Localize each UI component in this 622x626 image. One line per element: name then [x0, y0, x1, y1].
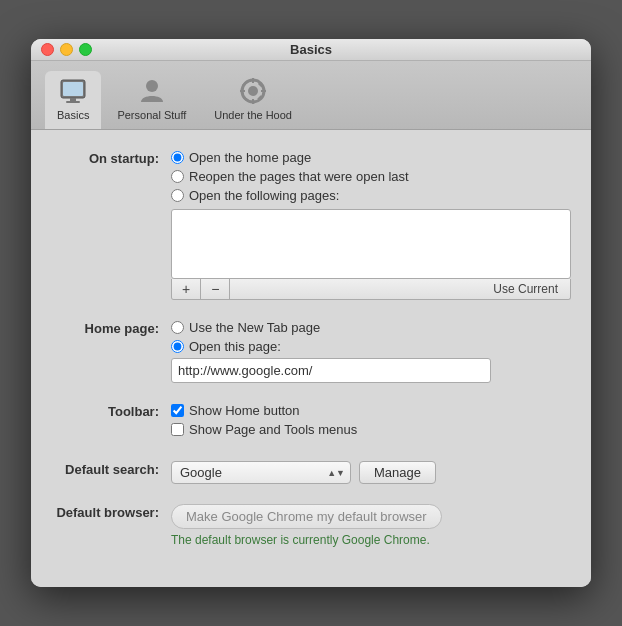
close-button[interactable]: [41, 43, 54, 56]
window-title: Basics: [290, 42, 332, 57]
default-search-label: Default search:: [51, 461, 171, 477]
radio-open-following[interactable]: Open the following pages:: [171, 188, 571, 203]
svg-rect-3: [66, 101, 80, 103]
checkbox-show-page-tools[interactable]: Show Page and Tools menus: [171, 422, 571, 437]
manage-search-button[interactable]: Manage: [359, 461, 436, 484]
remove-page-button[interactable]: −: [201, 279, 230, 299]
radio-reopen-last-label: Reopen the pages that were open last: [189, 169, 409, 184]
svg-point-4: [146, 80, 158, 92]
svg-rect-10: [261, 90, 266, 92]
toolbar: Basics Personal Stuff: [31, 61, 591, 130]
home-page-content: Use the New Tab page Open this page:: [171, 320, 571, 383]
use-current-button[interactable]: Use Current: [230, 279, 570, 299]
home-page-section: Home page: Use the New Tab page Open thi…: [51, 320, 571, 383]
tab-under-the-hood[interactable]: Under the Hood: [202, 71, 304, 129]
pages-list-box[interactable]: [171, 209, 571, 279]
radio-reopen-last-input[interactable]: [171, 170, 184, 183]
default-browser-status: The default browser is currently Google …: [171, 533, 571, 547]
svg-rect-9: [240, 90, 245, 92]
default-search-content: Google Yahoo! Bing ▲▼ Manage: [171, 461, 571, 484]
pages-area: + − Use Current: [171, 209, 571, 300]
homepage-url-input[interactable]: [171, 358, 491, 383]
radio-open-this-page-input[interactable]: [171, 340, 184, 353]
make-default-browser-button[interactable]: Make Google Chrome my default browser: [171, 504, 442, 529]
on-startup-options: Open the home page Reopen the pages that…: [171, 150, 571, 203]
add-page-button[interactable]: +: [172, 279, 201, 299]
default-browser-content: Make Google Chrome my default browser Th…: [171, 504, 571, 547]
traffic-lights: [41, 43, 92, 56]
radio-new-tab[interactable]: Use the New Tab page: [171, 320, 571, 335]
tab-personal-stuff-label: Personal Stuff: [117, 109, 186, 121]
title-bar: Basics: [31, 39, 591, 61]
tab-under-the-hood-label: Under the Hood: [214, 109, 292, 121]
under-hood-icon: [237, 75, 269, 107]
radio-new-tab-label: Use the New Tab page: [189, 320, 320, 335]
on-startup-label: On startup:: [51, 150, 171, 166]
svg-point-6: [248, 86, 258, 96]
radio-open-home-label: Open the home page: [189, 150, 311, 165]
tab-basics[interactable]: Basics: [45, 71, 101, 129]
tab-personal-stuff[interactable]: Personal Stuff: [105, 71, 198, 129]
toolbar-content: Show Home button Show Page and Tools men…: [171, 403, 571, 441]
home-page-label: Home page:: [51, 320, 171, 336]
toolbar-label: Toolbar:: [51, 403, 171, 419]
search-engine-select[interactable]: Google Yahoo! Bing: [171, 461, 351, 484]
svg-rect-7: [252, 78, 254, 83]
show-home-label: Show Home button: [189, 403, 300, 418]
tab-basics-label: Basics: [57, 109, 89, 121]
svg-rect-1: [63, 82, 83, 96]
basics-icon: [57, 75, 89, 107]
radio-open-home[interactable]: Open the home page: [171, 150, 571, 165]
svg-rect-2: [70, 98, 76, 101]
home-page-options: Use the New Tab page Open this page:: [171, 320, 571, 354]
show-page-tools-checkbox[interactable]: [171, 423, 184, 436]
radio-open-this-page-label: Open this page:: [189, 339, 281, 354]
radio-open-following-input[interactable]: [171, 189, 184, 202]
default-search-section: Default search: Google Yahoo! Bing ▲▼ Ma…: [51, 461, 571, 484]
toolbar-section: Toolbar: Show Home button Show Page and …: [51, 403, 571, 441]
content-area: On startup: Open the home page Reopen th…: [31, 130, 591, 587]
default-browser-label: Default browser:: [51, 504, 171, 520]
personal-stuff-icon: [136, 75, 168, 107]
search-select-wrapper: Google Yahoo! Bing ▲▼: [171, 461, 351, 484]
show-home-checkbox[interactable]: [171, 404, 184, 417]
window: Basics Basics Personal Stuff: [31, 39, 591, 587]
search-row: Google Yahoo! Bing ▲▼ Manage: [171, 461, 571, 484]
radio-new-tab-input[interactable]: [171, 321, 184, 334]
maximize-button[interactable]: [79, 43, 92, 56]
radio-reopen-last[interactable]: Reopen the pages that were open last: [171, 169, 571, 184]
checkbox-show-home[interactable]: Show Home button: [171, 403, 571, 418]
radio-open-following-label: Open the following pages:: [189, 188, 339, 203]
radio-open-home-input[interactable]: [171, 151, 184, 164]
on-startup-section: On startup: Open the home page Reopen th…: [51, 150, 571, 300]
pages-controls: + − Use Current: [171, 279, 571, 300]
svg-rect-8: [252, 99, 254, 104]
show-page-tools-label: Show Page and Tools menus: [189, 422, 357, 437]
on-startup-content: Open the home page Reopen the pages that…: [171, 150, 571, 300]
radio-open-this-page[interactable]: Open this page:: [171, 339, 571, 354]
default-browser-section: Default browser: Make Google Chrome my d…: [51, 504, 571, 547]
minimize-button[interactable]: [60, 43, 73, 56]
